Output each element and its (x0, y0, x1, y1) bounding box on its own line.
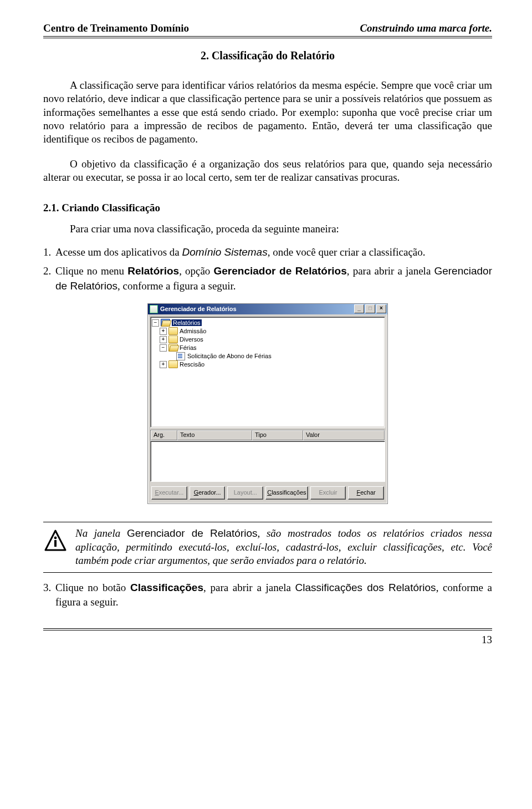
close-button[interactable]: × (376, 304, 386, 313)
tree-item-label: Férias (180, 344, 197, 351)
page-number: 13 (43, 634, 492, 646)
step-2-option: Gerenciador de Relatórios (213, 265, 346, 277)
step-1-brand: Domínio Sistemas (182, 246, 267, 258)
step-1-text-a: Acesse um dos aplicativos da (55, 246, 182, 258)
report-icon (176, 352, 185, 360)
tree-item-label: Solicitação de Abono de Férias (187, 353, 272, 359)
layout-button: Layout... (227, 486, 263, 500)
svg-point-0 (54, 536, 57, 539)
tree-item-diversos[interactable]: + Diversos (152, 335, 383, 344)
expand-icon[interactable]: + (160, 361, 167, 368)
titlebar: Gerenciador de Relatórios _ □ × (148, 304, 387, 314)
step-2-text-a: Clique no menu (55, 265, 127, 277)
step-3-text-a: Clique no botão (55, 582, 130, 593)
step-2: 2. Clique no menu Relatórios, opção Gere… (43, 264, 492, 293)
step-3: 3. Clique no botão Classificações, para … (43, 581, 492, 609)
step-2-text-d: , conforme a figura a seguir. (117, 280, 236, 292)
col-tipo[interactable]: Tipo (252, 430, 303, 440)
tree-item-admissao[interactable]: + Admissão (152, 327, 383, 335)
info-icon (43, 529, 68, 553)
folder-icon (168, 360, 178, 368)
step-3-text-b: , para abrir a janela (203, 582, 295, 593)
folder-icon (168, 335, 178, 343)
info-window-name: Gerenciador de Relatórios (127, 527, 258, 539)
header-rule-2 (43, 38, 492, 38)
step-1-text-b: , onde você quer criar a classificação. (268, 246, 426, 258)
expand-icon[interactable]: + (160, 328, 167, 335)
folder-open-icon (168, 344, 178, 352)
footer-rule-2 (43, 630, 492, 630)
subsection-title: 2.1. Criando Classificação (43, 202, 492, 214)
step-1-number: 1. (43, 245, 55, 260)
info-text-a: Na janela (75, 527, 127, 539)
col-valor[interactable]: Valor (303, 430, 385, 440)
lead-in: Para criar uma nova classificação, proce… (43, 223, 492, 235)
executar-button: Executar... (151, 486, 187, 500)
button-row: Executar... Gerador... Layout... Classif… (148, 482, 387, 503)
tree-connector (167, 353, 175, 360)
tree-item-label: Rescisão (180, 361, 204, 368)
fechar-button[interactable]: Fechar (348, 486, 384, 500)
info-rule-bottom (43, 572, 492, 573)
step-1: 1. Acesse um dos aplicativos da Domínio … (43, 245, 492, 260)
tree-item-ferias[interactable]: − Férias (152, 344, 383, 352)
step-3-button-name: Classificações (130, 582, 203, 593)
folder-open-icon (161, 319, 170, 327)
step-2-text-b: , opção (179, 265, 213, 277)
step-2-menu: Relatórios (127, 265, 179, 277)
header-rule-1 (43, 36, 492, 37)
step-2-number: 2. (43, 264, 55, 293)
section-title: 2. Classificação do Relatório (43, 49, 492, 62)
svg-rect-1 (54, 540, 57, 547)
maximize-button: □ (365, 304, 375, 313)
tree-root-label: Relatórios (172, 319, 202, 326)
col-arg[interactable]: Arg. (151, 430, 177, 440)
tree-item-label: Admissão (180, 328, 206, 334)
excluir-button: Excluir (310, 486, 346, 500)
collapse-icon[interactable]: − (152, 319, 159, 327)
tree-item-solicitacao[interactable]: Solicitação de Abono de Férias (152, 352, 383, 360)
footer-rule-1 (43, 628, 492, 629)
window-title: Gerenciador de Relatórios (160, 306, 354, 312)
step-3-number: 3. (43, 581, 55, 609)
info-box: Na janela Gerenciador de Relatórios, são… (43, 527, 492, 568)
step-3-window-name: Classificações dos Relatórios (295, 582, 436, 593)
app-window: Gerenciador de Relatórios _ □ × − Relató… (147, 303, 388, 504)
info-rule-top (43, 522, 492, 522)
expand-icon[interactable]: + (160, 336, 167, 343)
grid-header: Arg. Texto Tipo Valor (150, 430, 385, 441)
gerador-button[interactable]: Gerador... (190, 486, 226, 500)
col-texto[interactable]: Texto (177, 430, 252, 440)
tree-root[interactable]: − Relatórios (152, 319, 383, 327)
tree-item-label: Diversos (180, 336, 203, 343)
collapse-icon[interactable]: − (160, 344, 167, 352)
header-right: Construindo uma marca forte. (360, 22, 492, 34)
paragraph-2: O objetivo da classificação é a organiza… (43, 157, 492, 185)
tree-item-rescisao[interactable]: + Rescisão (152, 360, 383, 369)
grid-body[interactable] (150, 441, 385, 482)
paragraph-1: A classificação serve para identificar v… (43, 79, 492, 146)
step-2-text-c: , para abrir a janela (347, 265, 434, 277)
header-left: Centro de Treinamento Domínio (43, 22, 189, 34)
folder-icon (168, 327, 178, 335)
app-icon (150, 305, 158, 313)
tree-panel[interactable]: − Relatórios + Admissão + Diversos − Fé (150, 317, 385, 428)
minimize-button[interactable]: _ (354, 304, 364, 313)
classificacoes-button[interactable]: Classificações (265, 486, 308, 500)
